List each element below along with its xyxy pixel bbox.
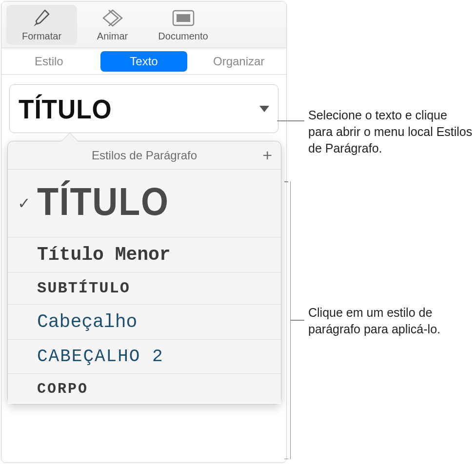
toolbar: Formatar Animar Documento (1, 1, 286, 48)
style-label: CABEÇALHO 2 (37, 347, 271, 367)
document-icon (172, 7, 195, 29)
animate-label: Animar (97, 31, 128, 42)
checkmark-icon: ✓ (18, 194, 31, 213)
diamond-icon (101, 7, 124, 29)
paintbrush-icon (32, 7, 52, 29)
callout-open-menu: Selecione o texto e clique para abrir o … (308, 107, 474, 156)
style-label: SUBTÍTULO (37, 279, 271, 297)
callout-leader (291, 320, 304, 321)
style-item-titulo[interactable]: ✓ TÍTULO (8, 170, 281, 237)
animate-button[interactable]: Animar (77, 5, 148, 45)
add-style-button[interactable]: + (262, 146, 272, 165)
chevron-down-icon (259, 106, 269, 112)
paragraph-styles-popover: Estilos de Parágrafo + ✓ TÍTULO Título M… (7, 141, 281, 405)
inspector-panel: Formatar Animar Documento Estilo Texto (1, 1, 287, 463)
popover-header: Estilos de Parágrafo + (8, 141, 281, 170)
style-label: Título Menor (37, 244, 271, 265)
document-label: Documento (158, 31, 208, 42)
format-button[interactable]: Formatar (6, 5, 77, 45)
style-item-cabecalho[interactable]: Cabeçalho (8, 305, 281, 340)
popover-title: Estilos de Parágrafo (92, 149, 197, 162)
tab-text[interactable]: Texto (100, 51, 188, 72)
style-item-cabecalho-2[interactable]: CABEÇALHO 2 (8, 340, 281, 374)
style-label: TÍTULO (37, 183, 248, 220)
callout-apply-style: Clique em um estilo de parágrafo para ap… (308, 305, 474, 338)
format-label: Formatar (22, 31, 61, 42)
tab-arrange[interactable]: Organizar (195, 51, 282, 72)
style-label: Cabeçalho (37, 311, 271, 332)
current-style-label: TÍTULO (19, 93, 112, 125)
style-item-corpo[interactable]: CORPO (8, 374, 281, 404)
svg-rect-1 (177, 14, 190, 22)
callout-leader (277, 120, 304, 121)
style-label: CORPO (37, 381, 271, 397)
inspector-tabs: Estilo Texto Organizar (1, 48, 286, 75)
style-list: ✓ TÍTULO Título Menor SUBTÍTULO Cabeçalh… (8, 170, 281, 404)
paragraph-style-popup-button[interactable]: TÍTULO (9, 84, 278, 133)
document-button[interactable]: Documento (148, 5, 218, 45)
style-item-subtitulo[interactable]: SUBTÍTULO (8, 272, 281, 305)
style-item-titulo-menor[interactable]: Título Menor (8, 237, 281, 272)
tab-style[interactable]: Estilo (5, 51, 93, 72)
